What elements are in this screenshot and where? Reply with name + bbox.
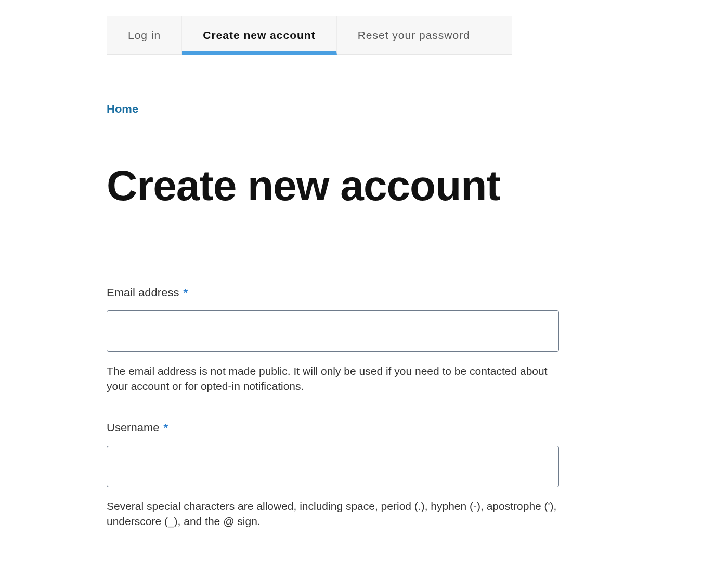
username-input[interactable] — [107, 446, 559, 487]
email-label: Email address * — [107, 285, 559, 301]
required-indicator-icon: * — [184, 286, 188, 299]
username-help-text: Several special characters are allowed, … — [107, 499, 559, 529]
username-label: Username * — [107, 420, 559, 436]
required-indicator-icon: * — [164, 421, 168, 434]
email-help-text: The email address is not made public. It… — [107, 363, 559, 394]
username-label-text: Username — [107, 421, 159, 434]
email-field-group: Email address * The email address is not… — [107, 285, 559, 394]
page-title: Create new account — [107, 164, 621, 207]
breadcrumb-home[interactable]: Home — [107, 101, 621, 117]
auth-tabs: Log in Create new account Reset your pas… — [107, 16, 512, 55]
tab-create-account[interactable]: Create new account — [182, 16, 336, 55]
username-field-group: Username * Several special characters ar… — [107, 420, 559, 529]
tab-login[interactable]: Log in — [107, 16, 182, 54]
email-label-text: Email address — [107, 286, 179, 299]
email-input[interactable] — [107, 310, 559, 352]
tab-reset-password[interactable]: Reset your password — [337, 16, 491, 54]
